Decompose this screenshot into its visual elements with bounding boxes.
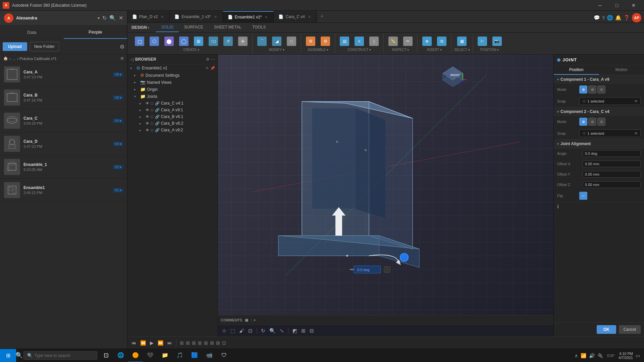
tab-ensamble1-v3[interactable]: 📄 Ensamble_1 v3* ✕ xyxy=(170,11,223,22)
box-select-icon[interactable]: ⬚ xyxy=(229,327,236,335)
checkbox-icon[interactable]: □ xyxy=(151,121,153,125)
taskbar-fusion[interactable]: 🟠 xyxy=(128,349,143,362)
taskbar-app-3[interactable]: 🎵 xyxy=(172,349,187,362)
position-capture-button[interactable]: 📷 xyxy=(490,35,504,47)
modify-shell-button[interactable]: □ xyxy=(285,35,298,47)
cancel-button[interactable]: Cancel xyxy=(619,325,641,334)
3d-viewport[interactable]: 0.0 deg ⋮ xyxy=(218,55,553,337)
modify-fillet-button[interactable]: ⌒ xyxy=(255,35,269,47)
create-move-button[interactable]: ✛ xyxy=(236,35,250,47)
mode-btn-2[interactable]: ⊘ xyxy=(588,118,596,126)
tree-item-cara-a-v9-2[interactable]: ▸ 👁 □ 🔗 Cara_A v9:2 xyxy=(127,127,218,133)
start-button[interactable]: ⊞ xyxy=(0,349,16,362)
tab-plan-d-v2[interactable]: 📄 Plan_D v2 ✕ xyxy=(127,11,170,22)
list-item[interactable]: Ensamble1 3:49:15 PM V1 ▾ xyxy=(0,179,127,202)
insert-mesh-button[interactable]: ⧉ xyxy=(435,35,448,47)
tab-cara-c-v4[interactable]: 📄 Cara_C v4 ✕ xyxy=(274,11,317,22)
assemble-asbuilt-button[interactable]: ⚙ xyxy=(319,35,332,47)
new-tab-button[interactable]: + xyxy=(317,13,327,20)
construct-axis-button[interactable]: | xyxy=(367,35,381,47)
inspect-measure-button[interactable]: 📏 xyxy=(386,35,400,47)
component-select-icon[interactable]: ⊡ xyxy=(247,327,254,335)
data-tab[interactable]: Data xyxy=(0,25,64,39)
timeline-next-button[interactable]: ⏩ xyxy=(156,340,165,346)
mode-btn-1[interactable]: ⊕ xyxy=(579,118,587,126)
timeline-prev-button[interactable]: ⏪ xyxy=(139,340,147,346)
close-tab-button[interactable]: ✕ xyxy=(160,14,165,19)
tray-network-icon[interactable]: 📶 xyxy=(581,353,586,358)
refresh-icon[interactable]: ↻ xyxy=(102,15,107,21)
taskbar-chrome[interactable]: 🌐 xyxy=(113,349,128,362)
notification-icon[interactable]: 💬 xyxy=(594,15,600,21)
flip-button[interactable]: ↔ xyxy=(579,192,587,200)
taskbar-zoom[interactable]: 📹 xyxy=(202,349,217,362)
list-item[interactable]: Ensamble_1 9:23:05 AM V3 ▾ xyxy=(0,156,127,179)
motion-tab[interactable]: Motion xyxy=(599,65,644,75)
fit-icon[interactable]: ⤡ xyxy=(278,327,285,335)
timeline-icon-4[interactable]: ⊞ xyxy=(197,340,203,346)
tab-solid[interactable]: SOLID xyxy=(156,23,179,32)
create-box-button[interactable]: ◻ xyxy=(133,35,146,47)
create-revolve-button[interactable]: ↺ xyxy=(221,35,235,47)
select-tool-icon[interactable]: ⊹ xyxy=(221,327,228,335)
new-folder-button[interactable]: New Folder xyxy=(30,42,59,51)
timeline-end-button[interactable]: ⏭ xyxy=(166,340,173,346)
tree-item-root[interactable]: ▾ ⚙ Ensamble1 v1 👁 📌 xyxy=(127,64,218,72)
search-input[interactable] xyxy=(35,353,88,358)
view-cube[interactable]: RIGHT xyxy=(439,60,466,87)
tree-item-joints[interactable]: ▾ 📁 Joints xyxy=(127,93,218,100)
mode-btn-3[interactable]: ⊙ xyxy=(597,118,605,126)
tree-item-cara-c-v4[interactable]: ▸ 👁 □ 🔗 Cara_C v4:1 xyxy=(127,100,218,107)
clock[interactable]: 4:10 PM 4/7/2021 xyxy=(619,352,633,360)
timeline-icon-2[interactable]: ⊞ xyxy=(185,340,191,346)
orbit-icon[interactable]: ↻ xyxy=(260,327,267,335)
modify-chamfer-button[interactable]: ◢ xyxy=(270,35,283,47)
checkbox-icon[interactable]: □ xyxy=(151,108,153,112)
maximize-button[interactable]: □ xyxy=(609,0,625,11)
visibility-icon[interactable]: 👁 xyxy=(205,66,209,70)
grid-icon[interactable]: ⊞ xyxy=(300,327,307,335)
home-icon[interactable]: 🏠 xyxy=(3,56,8,61)
tree-item-doc-settings[interactable]: ▸ ⚙ Document Settings xyxy=(127,72,218,79)
list-item[interactable]: Cara_B 3:47:16 PM V6 ▾ xyxy=(0,86,127,109)
create-cylinder-button[interactable]: ⬡ xyxy=(148,35,161,47)
alignment-header[interactable]: ▾ Joint Alignment xyxy=(554,139,644,148)
insert-derive-button[interactable]: ⊕ xyxy=(420,35,434,47)
design-dropdown[interactable]: DESIGN ▾ xyxy=(127,23,153,32)
position-align-button[interactable]: ⊢ xyxy=(476,35,489,47)
offset-z-input[interactable] xyxy=(583,181,641,188)
comments-collapse-icon[interactable]: ▸ xyxy=(254,318,256,322)
create-more-button[interactable]: ⊞ xyxy=(192,35,205,47)
close-button[interactable]: ✕ xyxy=(626,0,641,11)
mode-btn-3[interactable]: ⊙ xyxy=(597,85,605,94)
position-tab[interactable]: Position xyxy=(554,65,599,75)
timeline-icon-3[interactable]: ⊞ xyxy=(191,340,197,346)
tray-battery-icon[interactable]: 🔌 xyxy=(597,353,603,358)
component2-header[interactable]: ▾ Component 2 - Cara_C v4 xyxy=(554,107,644,116)
close-left-icon[interactable]: ✕ xyxy=(119,15,123,21)
inspect-section-button[interactable]: ✂ xyxy=(401,35,415,47)
select-filter-button[interactable]: ▦ xyxy=(455,35,469,47)
mode-btn-1[interactable]: ⊕ xyxy=(579,85,587,94)
timeline-start-button[interactable]: ⏮ xyxy=(130,340,138,346)
taskbar-app-5[interactable]: 🛡 xyxy=(217,349,231,362)
close-tab-button[interactable]: ✕ xyxy=(307,14,312,19)
timeline-play-button[interactable]: ▶ xyxy=(149,340,155,346)
help-icon[interactable]: ? xyxy=(602,15,605,21)
checkbox-icon[interactable]: □ xyxy=(151,115,153,119)
assemble-joint-button[interactable]: ⚙ xyxy=(304,35,317,47)
close-tab-button[interactable]: ✕ xyxy=(264,15,269,20)
tree-item-cara-a-v9[interactable]: ▸ 👁 □ 🔗 Cara_A v9:1 xyxy=(127,107,218,113)
comments-record-icon[interactable]: ⏺ xyxy=(244,317,249,323)
task-view-button[interactable]: ⊡ xyxy=(99,349,113,362)
browser-collapse-button[interactable]: ◁ xyxy=(130,57,134,62)
globe-icon[interactable]: 🌐 xyxy=(607,15,613,21)
cortana-search-icon[interactable]: 🔍 xyxy=(16,349,22,362)
pin-icon[interactable]: 📌 xyxy=(210,66,215,70)
create-extrude-button[interactable]: ↑◻ xyxy=(207,35,220,47)
visibility-icon[interactable]: 👁 xyxy=(146,108,149,112)
snap-value-box[interactable]: ⊹ 1 selected ✕ xyxy=(579,97,641,105)
tree-item-origin[interactable]: ▸ 📁 Origin xyxy=(127,86,218,93)
browser-settings-icon[interactable]: ⚙ xyxy=(206,57,210,62)
timeline-icon-7[interactable]: ⊞ xyxy=(215,340,221,346)
